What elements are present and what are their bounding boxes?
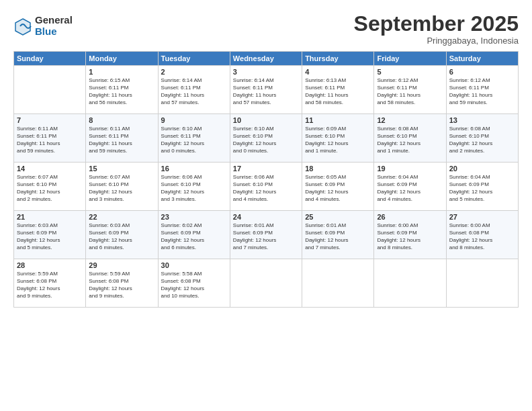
calendar-week-row: 7Sunrise: 6:11 AM Sunset: 6:11 PM Daylig… <box>14 114 519 163</box>
table-row: 19Sunrise: 6:04 AM Sunset: 6:09 PM Dayli… <box>374 163 446 211</box>
day-number: 8 <box>89 116 154 124</box>
cell-info: Sunrise: 6:00 AM Sunset: 6:09 PM Dayligh… <box>377 222 443 251</box>
cell-info: Sunrise: 6:03 AM Sunset: 6:09 PM Dayligh… <box>17 222 83 251</box>
day-number: 18 <box>305 165 371 173</box>
cell-info: Sunrise: 5:59 AM Sunset: 6:08 PM Dayligh… <box>17 271 83 300</box>
table-row: 13Sunrise: 6:08 AM Sunset: 6:10 PM Dayli… <box>446 114 518 163</box>
table-row <box>302 259 374 308</box>
table-row: 26Sunrise: 6:00 AM Sunset: 6:09 PM Dayli… <box>374 211 446 259</box>
cell-info: Sunrise: 6:08 AM Sunset: 6:10 PM Dayligh… <box>449 126 515 154</box>
table-row <box>14 66 86 114</box>
cell-info: Sunrise: 6:01 AM Sunset: 6:09 PM Dayligh… <box>305 222 371 251</box>
cell-info: Sunrise: 5:59 AM Sunset: 6:08 PM Dayligh… <box>89 271 154 300</box>
logo: General Blue <box>13 15 73 37</box>
header: General Blue September 2025 Pringgabaya,… <box>13 12 519 46</box>
cell-info: Sunrise: 6:06 AM Sunset: 6:10 PM Dayligh… <box>161 174 227 203</box>
cell-info: Sunrise: 6:14 AM Sunset: 6:11 PM Dayligh… <box>233 77 299 106</box>
header-thursday: Thursday <box>302 52 374 66</box>
table-row <box>446 259 518 308</box>
cell-info: Sunrise: 6:12 AM Sunset: 6:11 PM Dayligh… <box>377 77 443 106</box>
logo-icon <box>13 17 32 36</box>
day-number: 27 <box>449 213 515 221</box>
day-number: 12 <box>377 116 443 124</box>
day-number: 23 <box>161 213 227 221</box>
table-row: 27Sunrise: 6:00 AM Sunset: 6:08 PM Dayli… <box>446 211 518 259</box>
logo-blue-text: Blue <box>35 26 73 38</box>
table-row: 2Sunrise: 6:14 AM Sunset: 6:11 PM Daylig… <box>158 66 230 114</box>
cell-info: Sunrise: 6:09 AM Sunset: 6:10 PM Dayligh… <box>305 126 371 154</box>
cell-info: Sunrise: 6:05 AM Sunset: 6:09 PM Dayligh… <box>305 174 371 203</box>
cell-info: Sunrise: 6:00 AM Sunset: 6:08 PM Dayligh… <box>449 222 515 251</box>
table-row: 25Sunrise: 6:01 AM Sunset: 6:09 PM Dayli… <box>302 211 374 259</box>
table-row: 18Sunrise: 6:05 AM Sunset: 6:09 PM Dayli… <box>302 163 374 211</box>
day-number: 9 <box>161 116 227 124</box>
calendar-week-row: 28Sunrise: 5:59 AM Sunset: 6:08 PM Dayli… <box>14 259 519 308</box>
day-number: 6 <box>449 68 515 76</box>
header-tuesday: Tuesday <box>158 52 230 66</box>
cell-info: Sunrise: 6:06 AM Sunset: 6:10 PM Dayligh… <box>233 174 299 203</box>
header-saturday: Saturday <box>446 52 518 66</box>
table-row: 20Sunrise: 6:04 AM Sunset: 6:09 PM Dayli… <box>446 163 518 211</box>
header-monday: Monday <box>86 52 158 66</box>
day-number: 15 <box>89 165 154 173</box>
cell-info: Sunrise: 6:10 AM Sunset: 6:11 PM Dayligh… <box>161 126 227 154</box>
day-number: 13 <box>449 116 515 124</box>
day-number: 17 <box>233 165 299 173</box>
cell-info: Sunrise: 6:07 AM Sunset: 6:10 PM Dayligh… <box>17 174 83 203</box>
day-number: 28 <box>17 261 83 269</box>
table-row: 11Sunrise: 6:09 AM Sunset: 6:10 PM Dayli… <box>302 114 374 163</box>
calendar-header-row: Sunday Monday Tuesday Wednesday Thursday… <box>14 52 519 66</box>
day-number: 30 <box>161 261 227 269</box>
cell-info: Sunrise: 6:08 AM Sunset: 6:10 PM Dayligh… <box>377 126 443 154</box>
table-row: 14Sunrise: 6:07 AM Sunset: 6:10 PM Dayli… <box>14 163 86 211</box>
calendar-week-row: 21Sunrise: 6:03 AM Sunset: 6:09 PM Dayli… <box>14 211 519 259</box>
day-number: 22 <box>89 213 154 221</box>
cell-info: Sunrise: 6:11 AM Sunset: 6:11 PM Dayligh… <box>89 126 154 154</box>
cell-info: Sunrise: 6:02 AM Sunset: 6:09 PM Dayligh… <box>161 222 227 251</box>
header-friday: Friday <box>374 52 446 66</box>
table-row: 21Sunrise: 6:03 AM Sunset: 6:09 PM Dayli… <box>14 211 86 259</box>
day-number: 1 <box>89 68 154 76</box>
day-number: 19 <box>377 165 443 173</box>
day-number: 24 <box>233 213 299 221</box>
month-title: September 2025 <box>354 12 519 36</box>
table-row: 10Sunrise: 6:10 AM Sunset: 6:10 PM Dayli… <box>230 114 302 163</box>
cell-info: Sunrise: 6:04 AM Sunset: 6:09 PM Dayligh… <box>449 174 515 203</box>
day-number: 10 <box>233 116 299 124</box>
day-number: 2 <box>161 68 227 76</box>
table-row: 3Sunrise: 6:14 AM Sunset: 6:11 PM Daylig… <box>230 66 302 114</box>
title-block: September 2025 Pringgabaya, Indonesia <box>354 12 519 46</box>
cell-info: Sunrise: 6:12 AM Sunset: 6:11 PM Dayligh… <box>449 77 515 106</box>
day-number: 20 <box>449 165 515 173</box>
cell-info: Sunrise: 6:04 AM Sunset: 6:09 PM Dayligh… <box>377 174 443 203</box>
table-row: 1Sunrise: 6:15 AM Sunset: 6:11 PM Daylig… <box>86 66 158 114</box>
table-row: 16Sunrise: 6:06 AM Sunset: 6:10 PM Dayli… <box>158 163 230 211</box>
cell-info: Sunrise: 6:10 AM Sunset: 6:10 PM Dayligh… <box>233 126 299 154</box>
table-row: 28Sunrise: 5:59 AM Sunset: 6:08 PM Dayli… <box>14 259 86 308</box>
calendar-table: Sunday Monday Tuesday Wednesday Thursday… <box>13 51 519 308</box>
table-row: 8Sunrise: 6:11 AM Sunset: 6:11 PM Daylig… <box>86 114 158 163</box>
table-row: 22Sunrise: 6:03 AM Sunset: 6:09 PM Dayli… <box>86 211 158 259</box>
day-number: 3 <box>233 68 299 76</box>
day-number: 7 <box>17 116 83 124</box>
day-number: 16 <box>161 165 227 173</box>
table-row: 4Sunrise: 6:13 AM Sunset: 6:11 PM Daylig… <box>302 66 374 114</box>
table-row: 17Sunrise: 6:06 AM Sunset: 6:10 PM Dayli… <box>230 163 302 211</box>
day-number: 21 <box>17 213 83 221</box>
header-wednesday: Wednesday <box>230 52 302 66</box>
day-number: 26 <box>377 213 443 221</box>
table-row: 30Sunrise: 5:58 AM Sunset: 6:08 PM Dayli… <box>158 259 230 308</box>
calendar-week-row: 1Sunrise: 6:15 AM Sunset: 6:11 PM Daylig… <box>14 66 519 114</box>
cell-info: Sunrise: 5:58 AM Sunset: 6:08 PM Dayligh… <box>161 271 227 300</box>
page: General Blue September 2025 Pringgabaya,… <box>0 0 532 411</box>
location-subtitle: Pringgabaya, Indonesia <box>354 36 519 46</box>
logo-general-text: General <box>35 15 73 26</box>
table-row <box>374 259 446 308</box>
cell-info: Sunrise: 6:03 AM Sunset: 6:09 PM Dayligh… <box>89 222 154 251</box>
cell-info: Sunrise: 6:13 AM Sunset: 6:11 PM Dayligh… <box>305 77 371 106</box>
cell-info: Sunrise: 6:14 AM Sunset: 6:11 PM Dayligh… <box>161 77 227 106</box>
cell-info: Sunrise: 6:11 AM Sunset: 6:11 PM Dayligh… <box>17 126 83 154</box>
table-row: 29Sunrise: 5:59 AM Sunset: 6:08 PM Dayli… <box>86 259 158 308</box>
cell-info: Sunrise: 6:07 AM Sunset: 6:10 PM Dayligh… <box>89 174 154 203</box>
logo-text: General Blue <box>35 15 73 37</box>
